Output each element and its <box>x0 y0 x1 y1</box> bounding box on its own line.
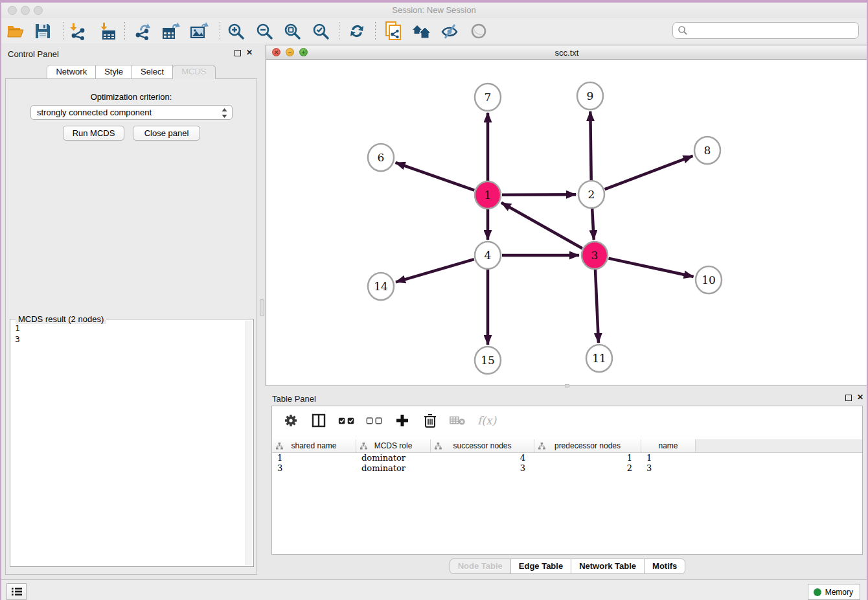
zoom-fit-icon[interactable] <box>282 21 302 41</box>
network-canvas[interactable]: 7968124314101511 <box>266 60 867 386</box>
graph-node-label: 8 <box>704 144 711 157</box>
houses-icon[interactable] <box>412 21 431 41</box>
graph-node-10[interactable]: 10 <box>696 266 722 294</box>
tab-node-table[interactable]: Node Table <box>450 559 511 574</box>
gear-icon[interactable] <box>282 412 299 429</box>
graph-node-label: 4 <box>485 249 492 262</box>
float-table-panel-icon[interactable] <box>845 395 852 401</box>
table-row[interactable]: 1dominator411 <box>272 453 862 463</box>
tab-edge-table[interactable]: Edge Table <box>510 559 571 574</box>
graph-node-9[interactable]: 9 <box>577 82 603 110</box>
column-header-shared-name[interactable]: shared name <box>272 439 356 452</box>
chevron-up-down-icon <box>222 108 227 122</box>
control-panel-title: Control Panel <box>8 49 59 59</box>
save-icon[interactable] <box>33 21 52 41</box>
graph-edge-2-9[interactable] <box>590 111 591 180</box>
dropdown-value: strongly connected component <box>37 108 152 117</box>
column-header-MCDS-role[interactable]: MCDS role <box>356 439 431 452</box>
memory-button[interactable]: Memory <box>808 584 860 600</box>
graph-node-4[interactable]: 4 <box>475 242 501 269</box>
graph-node-8[interactable]: 8 <box>694 137 720 164</box>
graph-edge-3-10[interactable] <box>609 259 694 277</box>
tab-network[interactable]: Network <box>47 65 96 79</box>
circular-arrows-icon[interactable] <box>347 21 367 41</box>
unchecked-boxes-icon[interactable] <box>366 412 383 429</box>
mcds-result-list[interactable]: 13 <box>12 323 244 564</box>
result-line[interactable]: 1 <box>15 323 244 334</box>
checked-boxes-icon[interactable] <box>338 412 355 429</box>
memory-status-icon <box>814 588 821 596</box>
table-cell[interactable]: 3 <box>272 463 356 474</box>
graph-node-14[interactable]: 14 <box>368 273 394 300</box>
table-delete-icon[interactable] <box>450 412 466 429</box>
table-cell[interactable]: 3 <box>431 463 534 474</box>
float-panel-icon[interactable] <box>234 50 241 56</box>
graph-node-label: 10 <box>702 273 716 286</box>
graph-node-15[interactable]: 15 <box>475 347 501 374</box>
table-cell[interactable]: 1 <box>272 453 356 463</box>
table-cell[interactable]: 3 <box>641 463 696 474</box>
graph-edge-4-14[interactable] <box>396 259 474 282</box>
graph-node-11[interactable]: 11 <box>586 345 612 372</box>
import-network-icon[interactable] <box>68 21 87 41</box>
table-cell[interactable]: 2 <box>534 463 641 474</box>
column-type-icon <box>276 443 283 450</box>
tab-motifs[interactable]: Motifs <box>644 559 685 574</box>
column-header-successor-nodes[interactable]: successor nodes <box>431 439 534 452</box>
graph-node-3[interactable]: 3 <box>582 242 608 269</box>
close-panel-button[interactable]: Close panel <box>133 126 200 141</box>
close-panel-icon[interactable]: ✕ <box>246 48 253 57</box>
network-window-titlebar[interactable]: ✕ − + scc.txt <box>266 45 867 60</box>
control-panel: Control Panel ✕ Network Style Select MCD… <box>1 43 261 579</box>
zoom-selected-icon[interactable] <box>311 21 330 41</box>
function-icon: f(x) <box>477 412 496 429</box>
export-table-icon[interactable] <box>161 21 181 41</box>
zoom-in-icon[interactable] <box>226 21 246 41</box>
search-box[interactable] <box>672 22 859 39</box>
plus-icon[interactable] <box>394 412 411 429</box>
export-image-icon[interactable] <box>190 21 209 41</box>
eye-slash-icon[interactable] <box>440 21 459 41</box>
graph-edge-3-1[interactable] <box>501 203 582 248</box>
split-divider-handle[interactable] <box>260 299 264 316</box>
horizontal-split-handle[interactable] <box>565 384 569 387</box>
document-share-icon[interactable] <box>383 21 403 41</box>
graph-node-1[interactable]: 1 <box>475 181 501 209</box>
graph-node-2[interactable]: 2 <box>578 181 604 208</box>
graph-node-7[interactable]: 7 <box>475 84 501 111</box>
table-cell[interactable]: dominator <box>356 463 431 474</box>
column-header-name[interactable]: name <box>641 439 696 452</box>
graph-edge-2-3[interactable] <box>592 209 594 240</box>
result-scrollbar[interactable] <box>246 321 252 565</box>
optimization-criterion-label: Optimization criterion: <box>6 92 257 102</box>
close-table-panel-icon[interactable]: ✕ <box>857 393 863 402</box>
result-line[interactable]: 3 <box>15 334 244 345</box>
table-cell[interactable]: 1 <box>534 453 641 463</box>
zoom-out-icon[interactable] <box>255 21 274 41</box>
table-cell[interactable]: 4 <box>431 453 534 463</box>
eye-icon[interactable] <box>469 21 488 41</box>
export-network-icon[interactable] <box>133 21 152 41</box>
graph-edge-1-2[interactable] <box>502 194 576 195</box>
graph-node-6[interactable]: 6 <box>368 144 394 171</box>
graph-edge-3-11[interactable] <box>595 270 599 343</box>
optimization-criterion-select[interactable]: strongly connected component <box>30 105 233 120</box>
list-icon[interactable] <box>6 583 27 600</box>
table-cell[interactable]: dominator <box>356 453 431 463</box>
run-mcds-button[interactable]: Run MCDS <box>63 126 124 141</box>
table-cell[interactable]: 1 <box>641 453 696 463</box>
open-folder-icon[interactable] <box>6 21 25 41</box>
tab-mcds[interactable]: MCDS <box>172 65 215 79</box>
tab-select[interactable]: Select <box>131 65 173 79</box>
import-table-icon[interactable] <box>98 21 118 41</box>
search-input[interactable] <box>688 24 858 37</box>
graph-edge-2-8[interactable] <box>605 156 693 190</box>
graph-edge-1-6[interactable] <box>396 163 475 190</box>
column-header-predecessor-nodes[interactable]: predecessor nodes <box>534 439 641 452</box>
trash-icon[interactable] <box>422 412 439 429</box>
table-row[interactable]: 3dominator323 <box>272 463 862 474</box>
graph-node-label: 7 <box>485 91 492 104</box>
tab-style[interactable]: Style <box>95 65 132 79</box>
tab-network-table[interactable]: Network Table <box>571 559 645 574</box>
split-panel-icon[interactable] <box>310 412 327 429</box>
